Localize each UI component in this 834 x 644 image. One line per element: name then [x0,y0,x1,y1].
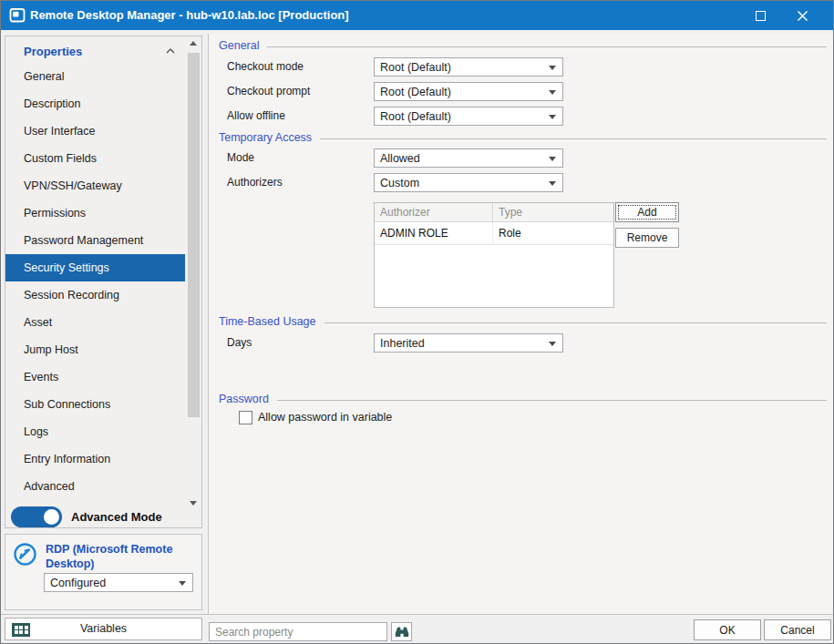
chevron-down-icon [549,115,556,119]
sidebar-item-session-recording[interactable]: Session Recording [5,281,185,309]
sidebar-scrollbar[interactable] [188,38,200,526]
sidebar-item-list: General Description User Interface Custo… [5,63,201,500]
allow-offline-dropdown[interactable]: Root (Default) [374,107,563,126]
sidebar-item-description[interactable]: Description [5,90,185,118]
cancel-button[interactable]: Cancel [764,619,831,640]
table-row[interactable]: ADMIN ROLE Role [375,222,613,245]
dropdown-value: Root (Default) [380,86,451,98]
section-title: Time-Based Usage [219,315,316,328]
maximize-button[interactable] [742,1,778,30]
chevron-down-icon [549,66,556,70]
chevron-down-icon [179,581,186,586]
authorizers-dropdown[interactable]: Custom [374,173,563,192]
rdp-icon [13,542,37,567]
sidebar-item-permissions[interactable]: Permissions [5,199,185,227]
sidebar-item-asset[interactable]: Asset [5,309,185,336]
connection-type-panel: RDP (Microsoft Remote Desktop) Configure… [5,534,202,610]
advanced-mode-label: Advanced Mode [71,506,162,527]
dropdown-value: Inherited [380,337,425,350]
variables-label: Variables [5,618,201,639]
chevron-down-icon [549,157,556,161]
mode-dropdown[interactable]: Allowed [374,148,563,168]
dropdown-value: Allowed [380,152,420,165]
cell-type: Role [493,222,613,244]
column-header-type: Type [493,203,613,221]
section-title: General [219,39,259,52]
allow-password-in-variable-checkbox[interactable] [239,411,252,424]
cell-authorizer: ADMIN ROLE [375,222,493,244]
connection-type-title: RDP (Microsoft Remote Desktop) [46,542,191,572]
section-general: General [219,39,827,52]
search-input[interactable] [209,622,387,641]
app-icon [9,7,26,24]
table-header: Authorizer Type [375,203,613,222]
window-title: Remote Desktop Manager - hub-w10.lab.loc… [30,1,349,30]
sidebar-item-user-interface[interactable]: User Interface [5,118,185,145]
section-time-based-usage: Time-Based Usage [219,315,827,328]
close-button[interactable] [784,1,820,30]
maximize-icon [756,11,766,21]
ok-button[interactable]: OK [694,619,761,640]
days-dropdown[interactable]: Inherited [374,333,563,353]
checkout-prompt-dropdown[interactable]: Root (Default) [374,82,563,101]
dropdown-value: Root (Default) [380,110,451,123]
chevron-down-icon [549,342,556,346]
scrollbar-thumb[interactable] [188,53,200,417]
remove-button[interactable]: Remove [615,228,679,248]
chevron-down-icon [549,90,556,95]
allow-password-in-variable-label: Allow password in variable [258,411,392,425]
days-label: Days [227,333,252,353]
sidebar-item-advanced[interactable]: Advanced [5,473,185,500]
checkout-mode-label: Checkout mode [227,57,304,77]
sidebar-title: Properties [24,45,82,58]
security-settings-panel: General Checkout mode Root (Default) Che… [208,34,834,614]
checkout-prompt-label: Checkout prompt [227,82,310,101]
add-button[interactable]: Add [615,202,679,222]
scroll-down-icon[interactable] [190,501,197,506]
close-icon [797,10,808,22]
titlebar: Remote Desktop Manager - hub-w10.lab.loc… [1,1,833,30]
sidebar-item-sub-connections[interactable]: Sub Connections [5,391,185,418]
sidebar-item-entry-information[interactable]: Entry Information [5,445,185,473]
binoculars-icon [395,626,409,638]
scroll-up-icon[interactable] [190,41,197,46]
toggle-knob-icon [44,509,59,525]
section-rule [267,46,827,47]
authorizers-table: Authorizer Type ADMIN ROLE Role [374,202,614,308]
section-password: Password [219,393,827,405]
connection-status-dropdown[interactable]: Configured [44,573,193,592]
allow-offline-label: Allow offline [227,107,285,126]
section-title: Password [219,393,269,405]
sidebar-item-password-management[interactable]: Password Management [5,227,185,254]
advanced-mode-toggle[interactable] [11,506,62,527]
sidebar-item-jump-host[interactable]: Jump Host [5,336,185,363]
dropdown-value: Configured [50,577,106,589]
chevron-up-icon[interactable] [166,48,175,54]
checkout-mode-dropdown[interactable]: Root (Default) [374,57,563,77]
sidebar-item-logs[interactable]: Logs [5,418,185,445]
sidebar-item-vpn-ssh-gateway[interactable]: VPN/SSH/Gateway [5,172,185,199]
dropdown-value: Custom [380,177,419,189]
chevron-down-icon [549,181,556,186]
section-rule [277,400,827,401]
sidebar-item-events[interactable]: Events [5,363,185,391]
mode-label: Mode [227,148,254,168]
section-rule [320,138,827,139]
section-rule [324,322,827,323]
sidebar-item-security-settings[interactable]: Security Settings [5,254,185,281]
sidebar-item-custom-fields[interactable]: Custom Fields [5,145,185,172]
sidebar-item-general[interactable]: General [5,63,185,90]
properties-sidebar: Properties General Description User Inte… [5,36,202,528]
section-temporary-access: Temporary Access [219,131,827,144]
column-header-authorizer: Authorizer [375,203,493,221]
search-button[interactable] [391,622,412,641]
variables-button[interactable]: Variables [5,618,202,640]
dropdown-value: Root (Default) [380,61,451,74]
rdm-window: Remote Desktop Manager - hub-w10.lab.loc… [0,0,834,644]
authorizers-label: Authorizers [227,173,283,192]
section-title: Temporary Access [219,131,312,144]
